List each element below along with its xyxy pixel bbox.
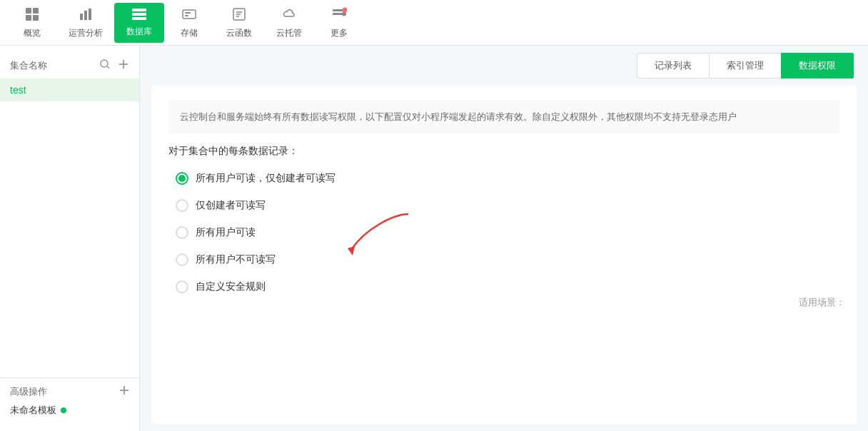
svg-line-22	[107, 66, 109, 69]
svg-rect-8	[132, 13, 146, 16]
sidebar-item-test[interactable]: test	[0, 78, 139, 101]
radio-circle-1	[176, 199, 188, 212]
database-icon	[131, 8, 147, 24]
tab-record-list[interactable]: 记录列表	[637, 53, 710, 78]
info-text: 云控制台和服务端始终有所有数据读写权限，以下配置仅对小程序端发起的请求有效。除自…	[168, 100, 839, 133]
radio-label-2: 所有用户可读	[196, 226, 256, 239]
svg-rect-3	[33, 15, 39, 21]
nav-database-label: 数据库	[126, 26, 152, 38]
overview-icon	[24, 6, 40, 26]
nav-analytics[interactable]: 运营分析	[57, 3, 114, 43]
template-dot	[61, 407, 66, 413]
sidebar-header: 集合名称	[0, 53, 139, 78]
advanced-label: 高级操作	[10, 385, 47, 398]
svg-point-19	[342, 11, 346, 16]
radio-label-4: 自定义安全规则	[196, 280, 266, 293]
template-label: 未命名模板	[10, 404, 56, 417]
svg-rect-7	[132, 9, 146, 11]
svg-rect-5	[84, 11, 87, 20]
nav-more[interactable]: 更多	[314, 3, 364, 43]
nav-database[interactable]: 数据库	[114, 3, 164, 43]
svg-rect-18	[333, 13, 343, 15]
tab-data-permission[interactable]: 数据权限	[781, 53, 854, 78]
svg-rect-12	[185, 15, 188, 16]
nav-more-label: 更多	[330, 27, 348, 39]
cloudmanage-icon	[281, 6, 297, 26]
main-layout: 集合名称 test 高级	[0, 46, 868, 431]
svg-rect-1	[33, 8, 39, 14]
nav-cloudfunc[interactable]: 云函数	[214, 3, 264, 43]
search-icon[interactable]	[99, 59, 111, 73]
svg-rect-4	[80, 14, 83, 20]
nav-overview[interactable]: 概览	[7, 3, 57, 43]
applicable-scene-label: 适用场景：	[799, 296, 845, 309]
add-collection-icon[interactable]	[118, 59, 129, 73]
radio-label-3: 所有用户不可读写	[196, 253, 276, 266]
svg-rect-2	[26, 15, 31, 21]
top-navigation: 概览 运营分析 数据库 存储	[0, 0, 868, 46]
svg-point-20	[343, 7, 348, 12]
section-title: 对于集合中的每条数据记录：	[168, 145, 839, 158]
add-advanced-icon[interactable]	[119, 385, 129, 398]
content-panel: 云控制台和服务端始终有所有数据读写权限，以下配置仅对小程序端发起的请求有效。除自…	[151, 86, 857, 424]
content-area: 记录列表 索引管理 数据权限 云控制台和服务端始终有所有数据读写权限，以下配置仅…	[140, 46, 868, 431]
sidebar: 集合名称 test 高级	[0, 46, 140, 431]
svg-rect-6	[89, 9, 91, 20]
radio-creator-only[interactable]: 仅创建者可读写 适用场景：	[176, 199, 839, 212]
nav-analytics-label: 运营分析	[69, 27, 103, 39]
radio-circle-checked	[176, 172, 188, 185]
sidebar-advanced-header: 高级操作	[10, 385, 129, 398]
cloudfunc-icon	[231, 6, 247, 26]
storage-icon	[181, 6, 197, 26]
radio-all-read-creator-write[interactable]: 所有用户可读，仅创建者可读写	[176, 172, 839, 185]
nav-overview-label: 概览	[24, 27, 41, 39]
nav-storage[interactable]: 存储	[164, 3, 214, 43]
tab-bar: 记录列表 索引管理 数据权限	[140, 46, 868, 78]
svg-rect-9	[132, 17, 146, 20]
template-item[interactable]: 未命名模板	[10, 404, 129, 417]
nav-cloudmanage-label: 云托管	[276, 27, 302, 39]
radio-custom-rule[interactable]: 自定义安全规则	[176, 280, 839, 293]
analytics-icon	[78, 6, 94, 26]
svg-rect-0	[26, 8, 31, 14]
nav-cloudfunc-label: 云函数	[226, 27, 252, 39]
radio-circle-4	[176, 280, 188, 293]
radio-label-0: 所有用户可读，仅创建者可读写	[196, 172, 335, 185]
radio-label-1: 仅创建者可读写	[196, 199, 266, 212]
nav-cloudmanage[interactable]: 云托管	[264, 3, 314, 43]
sidebar-item-label: test	[10, 84, 26, 96]
collection-label: 集合名称	[10, 59, 47, 72]
radio-circle-2	[176, 226, 188, 239]
svg-point-21	[101, 60, 108, 67]
sidebar-bottom: 高级操作 未命名模板	[0, 377, 139, 424]
nav-storage-label: 存储	[181, 27, 198, 39]
svg-rect-11	[185, 12, 191, 14]
radio-group: 所有用户可读，仅创建者可读写 仅创建者可读写 适用场景： 所有用户可读 所有用户…	[168, 172, 839, 293]
radio-no-read-write[interactable]: 所有用户不可读写	[176, 253, 839, 266]
sidebar-header-icons	[99, 59, 129, 73]
tab-index-manage[interactable]: 索引管理	[709, 53, 782, 78]
svg-rect-10	[183, 10, 196, 19]
more-icon	[331, 6, 347, 26]
radio-all-read[interactable]: 所有用户可读	[176, 226, 839, 239]
radio-circle-3	[176, 253, 188, 266]
